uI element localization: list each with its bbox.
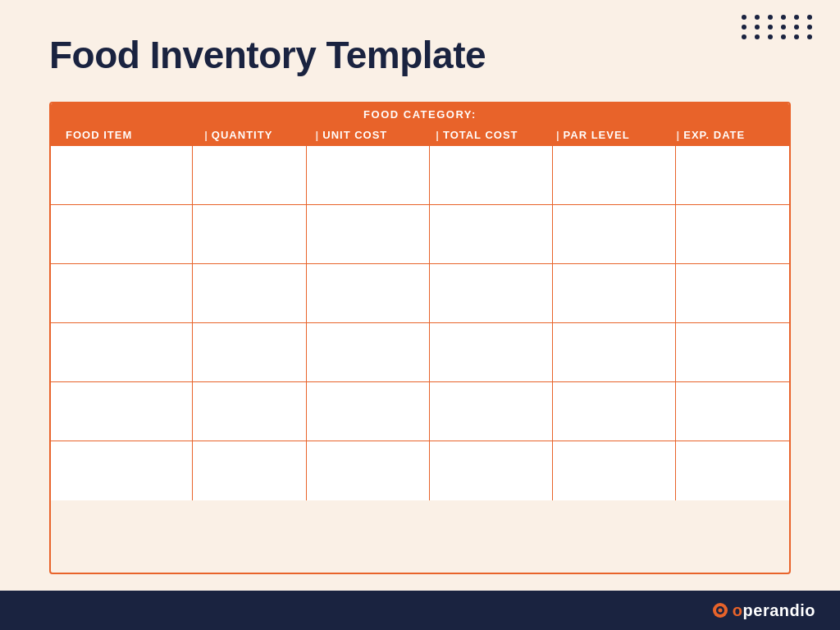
separator-4: |	[556, 129, 560, 141]
cell-r1-quantity[interactable]	[193, 146, 306, 204]
table-row	[51, 441, 789, 500]
cell-r5-food-item[interactable]	[51, 382, 193, 441]
cell-r4-exp-date[interactable]	[676, 323, 789, 381]
cell-r4-food-item[interactable]	[51, 323, 193, 381]
table-row	[51, 205, 789, 264]
operandio-logo-icon	[711, 601, 729, 619]
operandio-logo-text: operandio	[733, 601, 815, 620]
cell-r2-unit-cost[interactable]	[307, 205, 430, 263]
column-headers-row: FOOD ITEM | QUANTITY | UNIT COST | TOTAL…	[59, 124, 781, 146]
dot-pattern-decoration	[742, 15, 815, 39]
cell-r1-par-level[interactable]	[553, 146, 676, 204]
table-row	[51, 146, 789, 205]
col-header-food-item: FOOD ITEM	[59, 124, 198, 146]
cell-r5-quantity[interactable]	[193, 382, 306, 441]
cell-r6-total-cost[interactable]	[430, 441, 553, 500]
col-header-total-cost: | TOTAL COST	[429, 124, 550, 146]
cell-r4-unit-cost[interactable]	[307, 323, 430, 381]
table-body	[51, 146, 789, 500]
table-row	[51, 382, 789, 441]
cell-r6-exp-date[interactable]	[676, 441, 789, 500]
table-row	[51, 264, 789, 323]
col-header-unit-cost: | UNIT COST	[309, 124, 430, 146]
cell-r5-total-cost[interactable]	[430, 382, 553, 441]
cell-r1-unit-cost[interactable]	[307, 146, 430, 204]
table-header: FOOD CATEGORY: FOOD ITEM | QUANTITY | UN…	[51, 103, 789, 146]
cell-r1-total-cost[interactable]	[430, 146, 553, 204]
cell-r5-unit-cost[interactable]	[307, 382, 430, 441]
cell-r3-par-level[interactable]	[553, 264, 676, 322]
page-title: Food Inventory Template	[49, 33, 791, 77]
food-category-label: FOOD CATEGORY:	[59, 108, 781, 124]
cell-r6-par-level[interactable]	[553, 441, 676, 500]
cell-r6-unit-cost[interactable]	[307, 441, 430, 500]
main-content: Food Inventory Template FOOD CATEGORY: F…	[0, 0, 840, 591]
cell-r3-quantity[interactable]	[193, 264, 306, 322]
cell-r6-food-item[interactable]	[51, 441, 193, 500]
separator-3: |	[436, 129, 440, 141]
cell-r4-par-level[interactable]	[553, 323, 676, 381]
cell-r2-total-cost[interactable]	[430, 205, 553, 263]
footer-bar: operandio	[0, 591, 840, 630]
cell-r5-exp-date[interactable]	[676, 382, 789, 441]
cell-r4-quantity[interactable]	[193, 323, 306, 381]
inventory-table: FOOD CATEGORY: FOOD ITEM | QUANTITY | UN…	[49, 102, 791, 574]
separator-5: |	[677, 129, 681, 141]
col-header-quantity-label: QUANTITY	[212, 129, 272, 141]
cell-r1-food-item[interactable]	[51, 146, 193, 204]
cell-r1-exp-date[interactable]	[676, 146, 789, 204]
cell-r2-par-level[interactable]	[553, 205, 676, 263]
cell-r2-quantity[interactable]	[193, 205, 306, 263]
cell-r2-food-item[interactable]	[51, 205, 193, 263]
separator-2: |	[316, 129, 320, 141]
col-header-quantity: | QUANTITY	[198, 124, 308, 146]
cell-r6-quantity[interactable]	[193, 441, 306, 500]
col-header-par-level-label: PAR LEVEL	[564, 129, 630, 141]
svg-point-2	[718, 609, 722, 613]
table-row	[51, 323, 789, 382]
cell-r5-par-level[interactable]	[553, 382, 676, 441]
col-header-food-item-label: FOOD ITEM	[66, 129, 132, 141]
page-wrapper: Food Inventory Template FOOD CATEGORY: F…	[0, 0, 840, 630]
logo-accent-letter: o	[733, 601, 743, 619]
cell-r3-unit-cost[interactable]	[307, 264, 430, 322]
col-header-exp-date-label: EXP. DATE	[683, 129, 745, 141]
logo-remaining-text: perandio	[743, 601, 815, 619]
col-header-exp-date: | EXP. DATE	[670, 124, 781, 146]
cell-r3-food-item[interactable]	[51, 264, 193, 322]
separator-1: |	[204, 129, 208, 141]
operandio-logo: operandio	[711, 601, 815, 620]
cell-r4-total-cost[interactable]	[430, 323, 553, 381]
cell-r2-exp-date[interactable]	[676, 205, 789, 263]
col-header-unit-cost-label: UNIT COST	[322, 129, 387, 141]
cell-r3-exp-date[interactable]	[676, 264, 789, 322]
col-header-par-level: | PAR LEVEL	[550, 124, 670, 146]
col-header-total-cost-label: TOTAL COST	[443, 129, 518, 141]
cell-r3-total-cost[interactable]	[430, 264, 553, 322]
